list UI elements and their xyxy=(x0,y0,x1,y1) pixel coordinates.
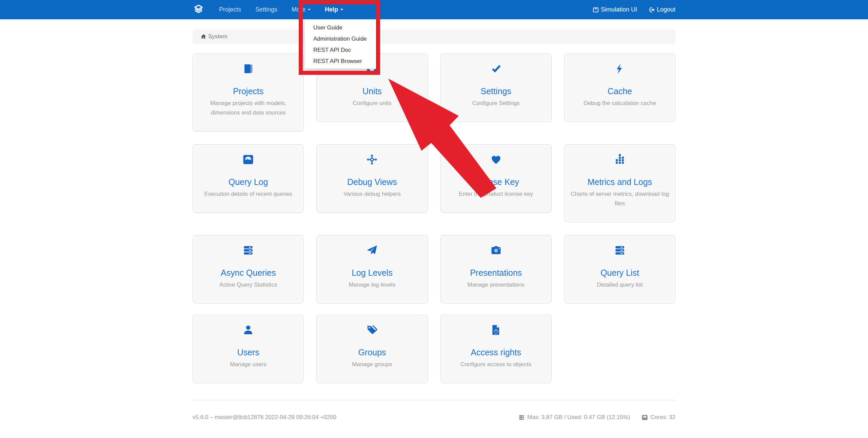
tile-row: Async Queries Active Query Statistics Lo… xyxy=(193,235,675,304)
footer-divider xyxy=(193,400,675,400)
tile-title: Async Queries xyxy=(198,267,299,278)
navbar-menu: ProjectsSettingsMoreHelp xyxy=(212,0,350,19)
tile-license-key[interactable]: License Key Enter the product license ke… xyxy=(440,144,552,213)
tile-access-rights[interactable]: Access rights Configure access to object… xyxy=(440,315,552,383)
navbar-right-menu: Simulation UILogout xyxy=(593,0,675,19)
tile-title: Settings xyxy=(446,86,547,97)
nav-item-projects[interactable]: Projects xyxy=(212,0,248,19)
footer: v5.6.0 – master@8cb12876 2022-04-29 09:2… xyxy=(193,414,675,421)
tile-description: Debug the calculation cache xyxy=(569,99,670,108)
tile-description: Charts of server metrics, download log f… xyxy=(569,189,670,208)
tile-description: Various debug helpers xyxy=(321,189,422,199)
tile-description: Manage log levels xyxy=(321,280,422,290)
nav-item-logout[interactable]: Logout xyxy=(649,0,675,19)
tile-title: Cache xyxy=(569,86,670,97)
home-icon[interactable] xyxy=(200,34,206,40)
memory-text: Max: 3.87 GB / Used: 0.47 GB (12.15%) xyxy=(527,414,630,421)
chevron-down-icon xyxy=(340,9,343,11)
heart-icon xyxy=(446,153,547,166)
book-icon xyxy=(198,63,299,75)
memory-status: Max: 3.87 GB / Used: 0.47 GB (12.15%) xyxy=(518,414,630,421)
tile-title: Users xyxy=(198,347,299,358)
nav-item-label: More xyxy=(292,6,305,13)
tile-description: Enter the product license key xyxy=(446,189,547,199)
scale-icon xyxy=(198,153,299,166)
tile-log-levels[interactable]: Log Levels Manage log levels xyxy=(316,235,428,304)
nav-item-label: Help xyxy=(325,6,338,13)
tile-description: Configure access to objects xyxy=(446,360,547,369)
tile-description: Configure units xyxy=(321,99,422,108)
tile-description: Configure Settings xyxy=(446,99,547,108)
menu-item-rest-api-browser[interactable]: REST API Browser xyxy=(304,56,376,67)
tile-title: Groups xyxy=(321,347,422,358)
app-window-icon xyxy=(593,7,599,13)
server-icon xyxy=(569,244,670,256)
nav-item-label: Logout xyxy=(657,6,675,13)
user-icon xyxy=(198,324,299,336)
tile-title: Units xyxy=(321,86,422,97)
tile-row: Users Manage users Groups Manage groups … xyxy=(193,315,675,383)
nav-item-label: Projects xyxy=(219,6,241,13)
move-target-icon xyxy=(321,153,422,166)
tile-row: Projects Manage projects with models, di… xyxy=(193,54,675,131)
menu-item-administration-guide[interactable]: Administration Guide xyxy=(304,33,376,44)
breadcrumb-label: System xyxy=(208,33,228,40)
tile-title: Query Log xyxy=(198,176,299,187)
tile-title: Projects xyxy=(198,86,299,97)
nav-item-more[interactable]: More xyxy=(284,0,318,19)
tile-description: Manage projects with models, dimensions … xyxy=(198,99,299,118)
layers-icon xyxy=(194,4,203,15)
tile-query-list[interactable]: Query List Detailed query list xyxy=(564,235,675,304)
tag-icon xyxy=(321,324,422,336)
tile-description: Execution details of recent queries xyxy=(198,189,299,199)
nav-item-settings[interactable]: Settings xyxy=(248,0,284,19)
tile-query-log[interactable]: Query Log Execution details of recent qu… xyxy=(193,144,304,213)
tile-description: Manage groups xyxy=(321,360,422,369)
tile-cache[interactable]: Cache Debug the calculation cache xyxy=(564,54,675,122)
tile-users[interactable]: Users Manage users xyxy=(193,315,304,383)
brand-logo[interactable] xyxy=(194,4,203,15)
menu-item-user-guide[interactable]: User Guide xyxy=(304,22,376,33)
check-icon xyxy=(446,63,547,75)
tile-title: License Key xyxy=(446,176,547,187)
tile-metrics-and-logs[interactable]: Metrics and Logs Charts of server metric… xyxy=(564,144,675,222)
tile-debug-views[interactable]: Debug Views Various debug helpers xyxy=(316,144,428,213)
tile-projects[interactable]: Projects Manage projects with models, di… xyxy=(193,54,304,131)
nav-item-label: Settings xyxy=(255,6,277,13)
tile-groups[interactable]: Groups Manage groups xyxy=(316,315,428,383)
file-upload-icon xyxy=(446,324,547,336)
equalizer-icon xyxy=(569,153,670,166)
camera-icon xyxy=(446,244,547,256)
scale-icon xyxy=(642,414,648,421)
cores-text: Cores: 32 xyxy=(650,414,675,421)
version-text: v5.6.0 – master@8cb12876 2022-04-29 09:2… xyxy=(193,414,336,421)
cores-status: Cores: 32 xyxy=(642,414,675,421)
tile-description: Active Query Statistics xyxy=(198,280,299,290)
tile-title: Metrics and Logs xyxy=(569,176,670,187)
tile-settings[interactable]: Settings Configure Settings xyxy=(440,54,552,122)
tile-presentations[interactable]: Presentations Manage presentations xyxy=(440,235,552,304)
server-icon xyxy=(198,244,299,256)
send-icon xyxy=(321,244,422,256)
menu-item-rest-api-doc[interactable]: REST API Doc xyxy=(304,44,376,56)
breadcrumb: System xyxy=(193,29,675,44)
lightning-icon xyxy=(569,63,670,75)
tile-title: Log Levels xyxy=(321,267,422,278)
tile-async-queries[interactable]: Async Queries Active Query Statistics xyxy=(193,235,304,304)
server-icon xyxy=(518,414,525,421)
chevron-down-icon xyxy=(308,9,311,11)
tile-description: Detailed query list xyxy=(569,280,670,290)
tile-title: Presentations xyxy=(446,267,547,278)
tile-title: Query List xyxy=(569,267,670,278)
tile-description: Manage presentations xyxy=(446,280,547,290)
nav-item-simulation-ui[interactable]: Simulation UI xyxy=(593,0,637,19)
help-dropdown: User GuideAdministration GuideREST API D… xyxy=(304,19,377,69)
nav-item-help[interactable]: Help xyxy=(318,0,350,19)
tile-row: Query Log Execution details of recent qu… xyxy=(193,144,675,222)
logout-icon xyxy=(649,7,655,13)
top-navbar: ProjectsSettingsMoreHelp Simulation UILo… xyxy=(0,0,868,19)
tile-title: Debug Views xyxy=(321,176,422,187)
nav-item-label: Simulation UI xyxy=(601,6,637,13)
tile-grid: Projects Manage projects with models, di… xyxy=(193,54,675,383)
tile-title: Access rights xyxy=(446,347,547,358)
